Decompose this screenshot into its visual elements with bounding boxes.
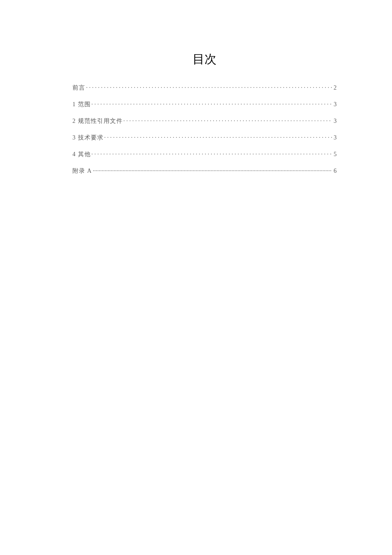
toc-entry: 附录 A 6 bbox=[72, 167, 337, 175]
toc-entry: 2 规范性引用文件 3 bbox=[72, 117, 337, 125]
toc-entry: 3 技术要求 3 bbox=[72, 134, 337, 142]
toc-leader bbox=[86, 84, 332, 90]
toc-page-number: 3 bbox=[334, 118, 337, 125]
toc-label: 3 技术要求 bbox=[72, 134, 104, 142]
toc-label: 2 规范性引用文件 bbox=[72, 117, 123, 125]
toc-page-number: 3 bbox=[334, 134, 337, 141]
toc-entry: 4 其他 5 bbox=[72, 150, 337, 158]
toc-leader bbox=[92, 100, 332, 106]
toc-leader bbox=[92, 150, 332, 156]
toc-label: 前言 bbox=[72, 84, 85, 92]
toc-page-number: 5 bbox=[334, 151, 337, 158]
toc-title: 目次 bbox=[72, 51, 337, 67]
toc-page-number: 2 bbox=[334, 84, 337, 91]
toc-page-number: 6 bbox=[334, 168, 337, 174]
toc-leader bbox=[93, 167, 332, 173]
toc-page-number: 3 bbox=[334, 101, 337, 108]
toc-entry: 前言 2 bbox=[72, 84, 337, 92]
toc-label: 1 范围 bbox=[72, 101, 91, 108]
toc-leader bbox=[124, 117, 332, 123]
toc-leader bbox=[104, 134, 332, 139]
document-page: 目次 前言 2 1 范围 3 2 规范性引用文件 3 3 技术要求 3 4 其他… bbox=[0, 0, 392, 175]
toc-label: 4 其他 bbox=[72, 151, 91, 158]
toc-entry: 1 范围 3 bbox=[72, 100, 337, 108]
toc-label: 附录 A bbox=[72, 167, 92, 175]
